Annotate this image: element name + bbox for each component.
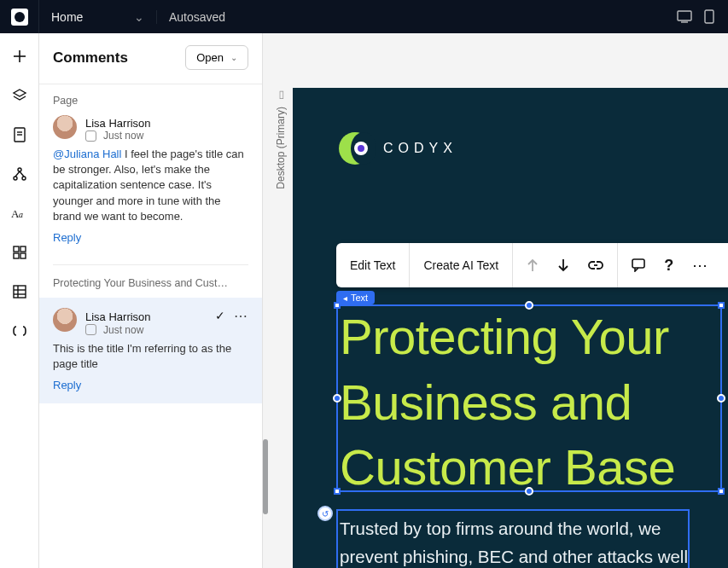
comments-panel: Comments Open ⌄ Page Lisa Harrison Just … [39, 33, 263, 568]
svg-rect-22 [14, 286, 26, 298]
svg-rect-18 [14, 246, 19, 252]
svg-point-12 [14, 177, 17, 180]
create-ai-text-button[interactable]: Create AI Text [410, 243, 513, 287]
help-icon[interactable]: ? [664, 257, 673, 275]
arrow-down-icon[interactable] [557, 258, 569, 272]
comment-author: Lisa Harrison [85, 117, 248, 130]
svg-rect-4 [705, 10, 713, 23]
comment-body: @Juliana Hall I feel the page's title ca… [53, 147, 248, 224]
brand-logo-icon [339, 132, 371, 165]
viewport-label[interactable]: Desktop (Primary) ▭ [275, 90, 287, 189]
chevron-down-icon: ⌄ [134, 10, 144, 24]
comment-icon[interactable] [632, 258, 645, 272]
comment-scope-label: Protecting Your Business and Cust… [39, 265, 262, 298]
svg-text:a: a [19, 210, 23, 219]
reply-button[interactable]: Reply [53, 379, 81, 391]
brand-lockup: CODYX [339, 132, 457, 165]
element-tag[interactable]: Text [336, 291, 375, 304]
link-icon[interactable] [588, 259, 603, 271]
avatar [53, 115, 77, 139]
app-logo[interactable] [0, 0, 39, 33]
main-layout: Aa Comments Open ⌄ Page Lisa Harrison Ju… [0, 33, 728, 568]
components-icon[interactable] [10, 243, 29, 262]
resolve-checkbox[interactable] [85, 324, 96, 335]
svg-marker-7 [14, 90, 26, 96]
edit-text-button[interactable]: Edit Text [336, 243, 410, 287]
svg-line-14 [15, 171, 20, 177]
svg-point-1 [15, 12, 25, 22]
chevron-down-icon: ⌄ [230, 53, 237, 62]
canvas-area[interactable]: Desktop (Primary) ▭ CODYX Edit Text Crea… [263, 33, 728, 568]
desktop-icon[interactable] [677, 9, 692, 24]
comments-panel-title: Comments [53, 49, 128, 67]
scrollbar-thumb[interactable] [263, 439, 268, 514]
svg-rect-2 [678, 11, 691, 20]
design-frame[interactable]: CODYX Edit Text Create AI Text ? ⋯ Text [293, 88, 728, 568]
hero-title-text[interactable]: Protecting Your Business and Customer Ba… [340, 304, 722, 501]
database-icon[interactable] [10, 282, 29, 301]
device-icon: ▭ [275, 91, 287, 101]
mobile-icon[interactable] [704, 9, 714, 24]
comment-card-active[interactable]: Lisa Harrison ✓ ⋯ Just now This is the t… [39, 298, 262, 403]
page-name: Home [51, 10, 83, 24]
save-status: Autosaved [157, 10, 237, 24]
page-icon[interactable] [10, 125, 29, 144]
brand-name: CODYX [383, 141, 457, 156]
more-icon[interactable]: ⋯ [234, 308, 248, 324]
more-icon[interactable]: ⋯ [692, 256, 708, 275]
comment-timestamp: Just now [103, 324, 143, 336]
typography-icon[interactable]: Aa [10, 204, 29, 223]
comments-filter-button[interactable]: Open ⌄ [185, 45, 248, 70]
filter-label: Open [196, 51, 224, 64]
resolve-icon[interactable]: ✓ [215, 309, 225, 322]
comment-author: Lisa Harrison [85, 310, 151, 323]
svg-rect-21 [20, 253, 26, 258]
add-icon[interactable] [10, 47, 29, 66]
svg-rect-19 [20, 246, 26, 252]
code-icon[interactable] [10, 322, 29, 340]
comment-card[interactable]: Lisa Harrison Just now @Juliana Hall I f… [39, 112, 262, 256]
resolve-checkbox[interactable] [85, 130, 96, 142]
svg-point-13 [22, 177, 26, 180]
tools-sidebar: Aa [0, 33, 39, 568]
revert-icon[interactable]: ↺ [317, 506, 333, 521]
avatar [53, 308, 77, 332]
arrow-up-icon[interactable] [527, 258, 539, 272]
reply-button[interactable]: Reply [53, 231, 81, 244]
mention-link[interactable]: @Juliana Hall [53, 148, 121, 160]
layers-icon[interactable] [10, 86, 29, 105]
comment-timestamp: Just now [103, 130, 143, 142]
svg-rect-28 [632, 259, 644, 268]
svg-line-15 [20, 171, 24, 177]
device-switcher [663, 9, 728, 24]
structure-icon[interactable] [10, 165, 29, 183]
comment-body: This is the title I'm referring to as th… [53, 341, 248, 372]
svg-rect-20 [14, 253, 19, 258]
element-toolbar: Edit Text Create AI Text ? ⋯ [336, 243, 728, 287]
comment-scope-label: Page [39, 84, 262, 112]
hero-subtitle-text[interactable]: Trusted by top firms around the world, w… [340, 514, 688, 568]
top-bar: Home ⌄ Autosaved [0, 0, 728, 33]
svg-point-11 [18, 168, 21, 171]
page-selector[interactable]: Home ⌄ [39, 10, 157, 24]
